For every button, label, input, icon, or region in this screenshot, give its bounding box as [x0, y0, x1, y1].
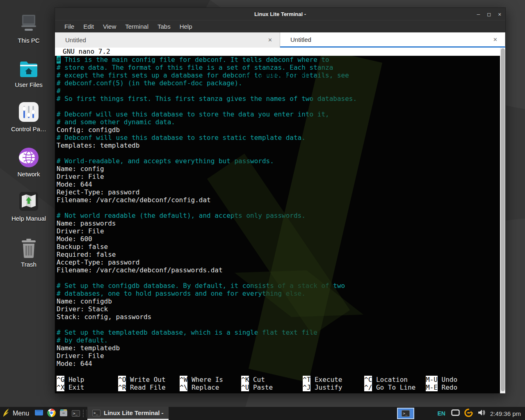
volume-tray[interactable]: [477, 409, 486, 418]
buffer-line: Driver: File: [55, 352, 505, 360]
buffer-line: Name: passwords: [55, 219, 505, 227]
shortcut-label: Replace: [187, 383, 219, 391]
shortcut-label: Cut: [249, 376, 265, 383]
buffer-line: [55, 274, 505, 282]
shortcut-justify: ^J Justify: [303, 383, 364, 391]
task-button-label: Linux Lite Terminal -: [104, 409, 164, 416]
menu-button-label: Menu: [13, 410, 29, 417]
window-titlebar[interactable]: Linux Lite Terminal - – □ ✕: [55, 8, 505, 20]
menu-edit[interactable]: Edit: [79, 23, 98, 30]
menu-view[interactable]: View: [98, 23, 121, 30]
shortcut-exit: ^X Exit: [57, 383, 118, 391]
desktop-icon-control-panel[interactable]: Control Pa…: [3, 100, 54, 132]
desktop-icon-label: User Files: [3, 81, 54, 88]
shortcut-key: ^G: [57, 376, 64, 383]
file-manager-launcher[interactable]: [57, 407, 70, 420]
shortcut-key: ^U: [241, 383, 249, 391]
close-button[interactable]: ✕: [498, 11, 501, 17]
nano-file-path: /etc/debconf.conf: [55, 71, 500, 79]
computer-icon: [3, 11, 54, 34]
display-settings-tray[interactable]: [451, 409, 460, 418]
scrollbar[interactable]: [500, 48, 505, 393]
buffer-line: Stack: config, passwords: [55, 313, 505, 321]
desktop-icon-trash[interactable]: Trash: [3, 235, 54, 268]
buffer-line: Name: configdb: [55, 297, 505, 305]
nano-titlebar: GNU nano 7.2 /etc/debconf.conf: [55, 48, 500, 56]
buffer-line: # Set up the configdb database. By defau…: [55, 282, 505, 290]
shortcut-go-to-line: ^/ Go To Line: [364, 383, 426, 391]
buffer-line: Mode: 644: [55, 360, 505, 368]
buffer-line: # by default.: [55, 336, 505, 344]
tray-terminal-indicator[interactable]: >_: [397, 408, 414, 419]
buffer-line: Driver: File: [55, 173, 505, 180]
chrome-launcher[interactable]: [45, 407, 57, 420]
scrollbar-thumb[interactable]: [501, 48, 505, 391]
buffer-line: # databases, one to hold passwords and o…: [55, 290, 505, 297]
nano-buffer: # This is the main config file for debco…: [55, 56, 505, 368]
shortcut-label: Exit: [64, 383, 84, 391]
speaker-icon: [477, 409, 486, 418]
tab-0[interactable]: Untitled✕: [55, 32, 280, 48]
shortcut-key: ^\: [180, 383, 187, 391]
tab-label: Untitled: [290, 36, 493, 43]
shortcut-key: ^O: [118, 376, 126, 383]
minimize-button[interactable]: –: [477, 11, 480, 17]
menu-help[interactable]: Help: [175, 23, 197, 30]
menu-file[interactable]: File: [60, 23, 79, 30]
desktop-icon-network[interactable]: Network: [3, 145, 54, 178]
window-controls: – □ ✕: [477, 8, 501, 20]
trash-icon: [3, 235, 54, 258]
buffer-line: # and some other dynamic data.: [55, 118, 505, 126]
desktop-icon-label: Help Manual: [3, 215, 54, 222]
menu-tabs[interactable]: Tabs: [153, 23, 175, 30]
keyboard-layout-indicator[interactable]: EN: [437, 410, 445, 417]
menu-button[interactable]: Menu: [0, 407, 33, 420]
monitor-icon: [451, 409, 460, 418]
shortcut-key: M-E: [426, 383, 438, 391]
sliders-icon: [3, 100, 54, 123]
buffer-line: Backup: false: [55, 243, 505, 251]
desktop-icon-label: Network: [3, 171, 54, 178]
shortcut-label: Justify: [310, 383, 342, 391]
buffer-line: Mode: 644: [55, 180, 505, 188]
buffer-line: [55, 103, 505, 110]
taskbar-task-terminal[interactable]: >_ Linux Lite Terminal -: [87, 407, 169, 420]
shortcut-execute: ^T Execute: [303, 376, 364, 383]
linux-lite-feather-icon: [2, 408, 10, 419]
shortcut-key: ^K: [241, 376, 249, 383]
terminal-launcher[interactable]: >_: [70, 407, 82, 420]
buffer-line: Driver: Stack: [55, 305, 505, 313]
shortcut-replace: ^\ Replace: [180, 383, 241, 391]
buffer-line: # Debconf will use this database to stor…: [55, 110, 505, 118]
shortcut-label: Location: [372, 376, 408, 383]
shortcut-key: ^J: [303, 383, 310, 391]
desktop-icon-this-pc[interactable]: This PC: [3, 11, 54, 44]
terminal-window: Linux Lite Terminal - – □ ✕ FileEditView…: [55, 7, 506, 393]
shortcut-key: ^T: [303, 376, 310, 383]
shortcut-label: Paste: [249, 383, 273, 391]
tab-1-active[interactable]: Untitled✕: [280, 32, 505, 48]
tab-close-icon[interactable]: ✕: [268, 37, 272, 43]
shortcut-undo: M-U Undo: [426, 376, 457, 383]
tab-label: Untitled: [65, 37, 268, 43]
shortcut-row: ^G Help^O Write Out^W Where Is^K Cut^T E…: [57, 376, 497, 383]
terminal-screen[interactable]: GNU nano 7.2 /etc/debconf.conf # This is…: [55, 48, 505, 393]
desktop-icon-user-files[interactable]: User Files: [3, 56, 54, 88]
maximize-button[interactable]: □: [487, 11, 491, 17]
clock: 2:49:36 pm: [490, 410, 521, 417]
tab-close-icon[interactable]: ✕: [493, 37, 498, 43]
buffer-line: Filename: /var/cache/debconf/config.dat: [55, 196, 505, 204]
menu-terminal[interactable]: Terminal: [121, 23, 153, 30]
desktop: This PC User Files: [0, 0, 525, 420]
terminal-icon: >_: [72, 410, 80, 417]
shortcut-label: Undo: [438, 376, 457, 383]
desktop-icon-label: Control Pa…: [3, 126, 54, 132]
shortcut-where-is: ^W Where Is: [180, 376, 241, 383]
desktop-icon-label: This PC: [3, 37, 54, 44]
shortcut-label: Where Is: [187, 376, 223, 383]
show-desktop-button[interactable]: [33, 407, 45, 420]
shortcut-key: ^C: [364, 376, 372, 383]
updates-notifier-tray[interactable]: [464, 408, 473, 419]
shortcut-redo: M-E Redo: [426, 383, 457, 391]
desktop-icon-help-manual[interactable]: Help Manual: [3, 189, 54, 222]
